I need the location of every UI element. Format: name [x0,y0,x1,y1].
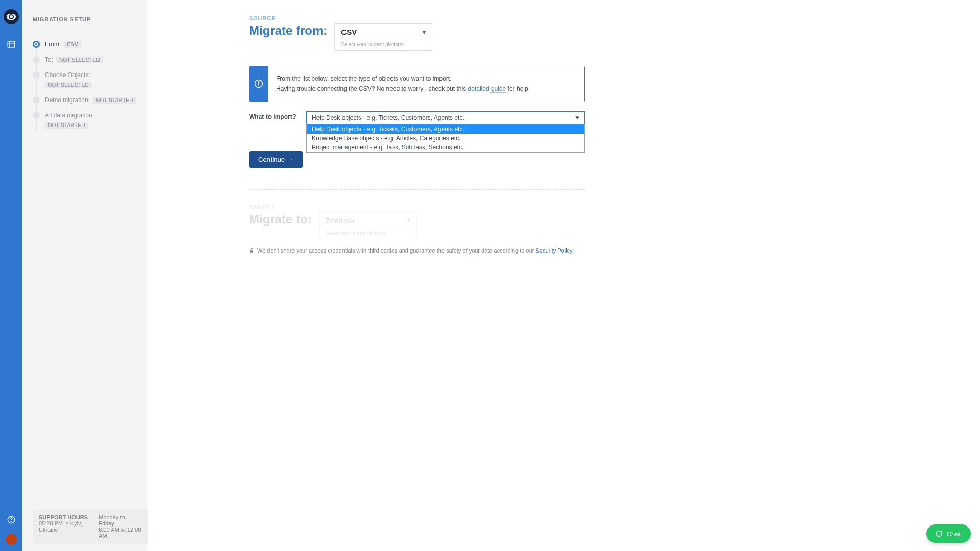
step-label: Demo migration: [45,96,90,104]
step-from[interactable]: From: CSV [33,41,138,48]
import-options-list: Help Desk objects - e.g. Tickets, Custom… [306,124,585,153]
step-label: All data migration: [45,112,94,119]
target-section: TARGET Migrate to: Zendesk ▾ Select your… [249,204,980,239]
support-hours: 8:00 AM to 12:00 AM [99,527,141,539]
source-platform-select[interactable]: CSV ▾ Select your current platform [334,23,432,51]
step-all-data-migration[interactable]: All data migration: NOT STARTED [33,112,138,129]
security-policy-link[interactable]: Security Policy [535,247,572,254]
lock-icon [249,248,254,253]
info-line1: From the list below, select the type of … [276,73,530,84]
step-label: From: [45,41,61,48]
step-to[interactable]: To: NOT SELECTED [33,56,138,63]
source-platform-hint: Select your current platform [335,40,432,50]
step-label: Choose Objects: [45,71,90,79]
import-option[interactable]: Project management - e.g. Task, SubTask,… [307,143,584,152]
help-icon[interactable] [7,515,16,524]
sidebar-title: MIGRATION SETUP [33,16,138,22]
import-type-select[interactable]: Help Desk objects - e.g. Tickets, Custom… [306,111,585,124]
step-chip: NOT STARTED [93,97,136,104]
support-hours-card: SUPPORT HOURS 05:28 PM in Kyiv, Ukraine … [33,509,148,544]
caret-down-icon: ▾ [423,29,426,36]
chat-icon [935,530,943,538]
step-chip: NOT STARTED [45,122,88,129]
import-selected-value[interactable]: Help Desk objects - e.g. Tickets, Custom… [306,111,585,124]
step-demo-migration[interactable]: Demo migration: NOT STARTED [33,96,138,104]
caret-down-icon: ▾ [407,217,410,224]
support-title: SUPPORT HOURS [39,514,91,520]
target-platform-value: Zendesk [326,216,355,225]
step-label: To: [45,56,53,63]
chat-button[interactable]: Chat [926,524,971,543]
migrations-nav-icon[interactable] [7,40,16,49]
chat-label: Chat [947,530,961,538]
source-heading: Migrate from: [249,23,327,38]
target-platform-select[interactable]: Zendesk ▾ Select your future platform [319,212,417,239]
info-line2a: Having trouble connecting the CSV? No ne… [276,85,468,92]
import-option[interactable]: Help Desk objects - e.g. Tickets, Custom… [307,124,584,134]
svg-rect-0 [8,41,15,47]
support-localtime: 05:28 PM in Kyiv, Ukraine [39,520,91,533]
step-choose-objects[interactable]: Choose Objects: NOT SELECTED [33,71,138,88]
target-heading: Migrate to: [249,212,312,227]
nav-rail [0,0,22,551]
step-chip: NOT SELECTED [45,82,92,88]
section-divider [249,189,585,190]
user-avatar[interactable] [6,534,17,545]
target-eyebrow: TARGET [249,204,980,210]
support-days: Monday to Friday [99,514,141,527]
info-callout: From the list below, select the type of … [249,66,585,102]
continue-button[interactable]: Continue → [249,151,303,168]
security-text: We don't share your access credentials w… [257,247,535,254]
step-chip: NOT SELECTED [56,57,103,63]
step-chip: CSV [64,41,81,48]
step-list: From: CSV To: NOT SELECTED Choose Object… [33,41,138,137]
setup-sidebar: MIGRATION SETUP From: CSV To: NOT SELECT… [22,0,147,551]
svg-point-2 [11,521,11,522]
source-platform-value: CSV [341,28,357,36]
security-note: We don't share your access credentials w… [249,247,980,254]
app-logo[interactable] [4,9,19,24]
main-content: SOURCE Migrate from: CSV ▾ Select your c… [147,0,980,551]
import-label: What to import? [249,111,296,120]
source-eyebrow: SOURCE [249,15,980,21]
info-line2b: for help. [506,85,530,92]
info-icon [250,66,268,102]
target-platform-hint: Select your future platform [320,229,416,239]
detailed-guide-link[interactable]: detailed guide [468,85,506,93]
svg-point-4 [258,82,259,83]
import-option[interactable]: Knowledge Base objects - e.g. Articles, … [307,134,584,143]
